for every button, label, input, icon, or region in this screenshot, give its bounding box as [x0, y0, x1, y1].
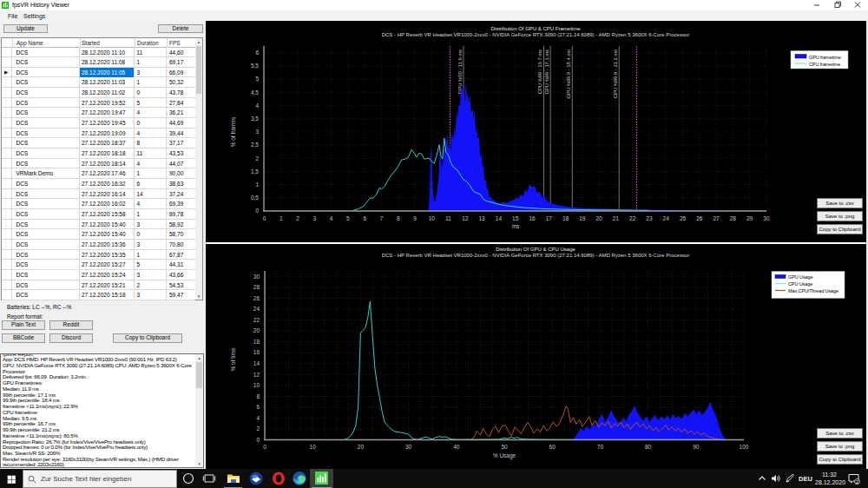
svg-text:DCS - HP Reverb VR Headset VR1: DCS - HP Reverb VR Headset VR1000-2xxx0 … [382, 32, 690, 37]
svg-text:6: 6 [255, 49, 259, 56]
svg-text:1: 1 [279, 215, 283, 221]
svg-text:22: 22 [253, 316, 260, 322]
svg-text:4: 4 [330, 215, 333, 221]
svg-text:8: 8 [397, 215, 400, 221]
svg-text:14: 14 [496, 215, 503, 221]
svg-text:4: 4 [255, 102, 259, 109]
svg-text:30: 30 [405, 444, 412, 450]
svg-text:GPU %50 - 11.9 ms: GPU %50 - 11.9 ms [457, 49, 463, 94]
svg-text:GPU %99 - 17.1 ms: GPU %99 - 17.1 ms [544, 49, 549, 95]
svg-text:100: 100 [740, 444, 749, 450]
svg-text:2: 2 [296, 215, 299, 221]
svg-text:15: 15 [512, 215, 519, 221]
svg-text:27: 27 [713, 215, 720, 221]
svg-text:5: 5 [255, 76, 259, 82]
svg-text:22: 22 [629, 215, 636, 221]
svg-text:0: 0 [263, 444, 266, 450]
svg-text:24: 24 [253, 306, 260, 312]
svg-text:20: 20 [253, 327, 260, 333]
svg-text:25: 25 [680, 215, 687, 221]
svg-text:17: 17 [546, 215, 553, 221]
svg-text:10: 10 [253, 382, 260, 388]
svg-text:CPU %99 - 16.7 ms: CPU %99 - 16.7 ms [537, 49, 542, 94]
svg-text:26: 26 [253, 294, 260, 300]
svg-text:5,5: 5,5 [251, 63, 259, 69]
svg-text:20: 20 [595, 215, 602, 221]
svg-text:21: 21 [613, 215, 620, 221]
svg-text:26: 26 [696, 215, 703, 221]
svg-text:24: 24 [663, 215, 670, 221]
svg-text:30: 30 [763, 215, 770, 221]
svg-text:28: 28 [253, 284, 260, 290]
svg-text:19: 19 [579, 215, 586, 221]
svg-text:8: 8 [256, 392, 260, 399]
svg-text:1,5: 1,5 [251, 168, 259, 175]
svg-text:14: 14 [253, 359, 260, 366]
svg-text:12: 12 [462, 215, 469, 221]
svg-text:CPU frametime: CPU frametime [809, 62, 840, 67]
svg-text:5: 5 [346, 215, 350, 221]
svg-text:4,5: 4,5 [251, 89, 259, 96]
svg-text:90: 90 [693, 444, 700, 450]
svg-text:2,5: 2,5 [251, 142, 259, 148]
svg-text:1: 1 [255, 181, 259, 188]
svg-text:7: 7 [380, 215, 384, 221]
svg-text:% of time: % of time [230, 347, 236, 371]
svg-text:Distribution Of GPU & CPU Fram: Distribution Of GPU & CPU Frametime [490, 26, 581, 31]
svg-text:80: 80 [645, 444, 652, 450]
svg-text:GPU %99.9 - 18.4 ms: GPU %99.9 - 18.4 ms [566, 49, 571, 98]
svg-text:0: 0 [256, 436, 260, 442]
svg-text:% Usage: % Usage [493, 452, 516, 459]
svg-text:29: 29 [746, 215, 753, 221]
svg-text:6: 6 [256, 404, 260, 410]
svg-text:GPU frametime: GPU frametime [809, 55, 841, 60]
svg-text:0: 0 [263, 215, 266, 221]
svg-text:DCS - HP Reverb VR Headset VR1: DCS - HP Reverb VR Headset VR1000-2xxx0 … [382, 253, 690, 258]
svg-text:16: 16 [529, 215, 536, 221]
svg-text:3,5: 3,5 [251, 115, 259, 122]
svg-text:4: 4 [256, 414, 260, 420]
svg-text:ms: ms [512, 223, 520, 229]
svg-text:9: 9 [413, 215, 417, 221]
svg-text:40: 40 [453, 444, 460, 450]
svg-text:3: 3 [312, 215, 316, 221]
svg-text:11: 11 [445, 215, 451, 221]
svg-text:20: 20 [358, 444, 365, 450]
svg-text:18: 18 [562, 215, 569, 221]
svg-text:12: 12 [253, 371, 260, 377]
svg-text:CPU %99.9 - 21.2 ms: CPU %99.9 - 21.2 ms [613, 49, 618, 98]
svg-text:Max.CPU/Thread Usage: Max.CPU/Thread Usage [788, 288, 838, 293]
svg-text:60: 60 [549, 444, 556, 450]
svg-text:30: 30 [253, 273, 260, 279]
svg-text:10: 10 [429, 215, 436, 221]
svg-text:2: 2 [256, 425, 260, 432]
svg-text:13: 13 [478, 215, 485, 221]
svg-text:0,5: 0,5 [251, 195, 259, 201]
svg-text:2: 2 [255, 155, 259, 162]
svg-text:50: 50 [501, 444, 508, 450]
svg-text:Distribution Of GPU & CPU Usag: Distribution Of GPU & CPU Usage [496, 246, 575, 251]
svg-text:0: 0 [255, 208, 259, 214]
svg-text:16: 16 [253, 349, 260, 355]
svg-text:10: 10 [310, 444, 317, 450]
svg-text:70: 70 [597, 444, 604, 450]
svg-text:18: 18 [253, 338, 260, 344]
svg-text:23: 23 [646, 215, 653, 221]
svg-text:28: 28 [730, 215, 737, 221]
svg-text:GPU Usage: GPU Usage [788, 274, 812, 280]
svg-text:6: 6 [363, 215, 366, 221]
svg-text:3: 3 [255, 129, 259, 135]
svg-text:CPU Usage: CPU Usage [788, 281, 812, 287]
svg-text:% of frames: % of frames [230, 116, 236, 147]
